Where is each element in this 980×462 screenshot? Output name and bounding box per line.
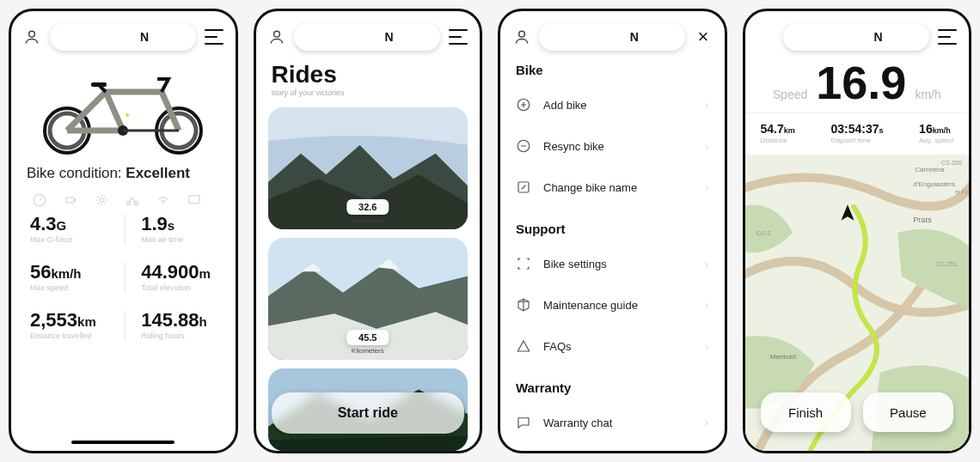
stat-hours: 145.88hRiding hours bbox=[125, 311, 219, 340]
condition-icons bbox=[11, 187, 236, 215]
bike-condition: Bike condition: Excellent bbox=[11, 158, 236, 187]
svg-text:CS-200: CS-200 bbox=[940, 160, 961, 167]
stat-gforce: 4.3GMax G-force bbox=[30, 215, 125, 244]
svg-rect-13 bbox=[189, 196, 199, 204]
topbar: SIRYON bbox=[256, 11, 481, 59]
section-support: Support bbox=[516, 208, 709, 243]
svg-text:CG-2: CG-2 bbox=[756, 230, 770, 237]
svg-text:d'Engolasters: d'Engolasters bbox=[913, 180, 955, 188]
svg-text:Carretera: Carretera bbox=[915, 166, 945, 173]
svg-text:Meritxell: Meritxell bbox=[769, 353, 795, 361]
ride-controls: Finish Pause bbox=[761, 392, 954, 432]
signal-icon bbox=[156, 192, 171, 208]
pause-button[interactable]: Pause bbox=[863, 392, 953, 432]
svg-text:CS-251: CS-251 bbox=[936, 261, 957, 268]
svg-point-7 bbox=[126, 113, 129, 117]
brand-pill[interactable]: SIRYON bbox=[783, 23, 929, 51]
speed-display: Speed 16.9 km/h bbox=[745, 59, 970, 106]
screen-icon bbox=[187, 192, 202, 208]
item-faqs[interactable]: FAQs› bbox=[516, 325, 709, 367]
screen-home: SIRYON Bike condition: Excellent bbox=[9, 9, 238, 453]
speed-value: 16.9 bbox=[816, 59, 906, 106]
screen-rides: SIRYON Rides story of your victories 32.… bbox=[254, 9, 483, 453]
brand-text: SIRYO bbox=[95, 30, 140, 44]
meta-elapsed: 03:54:37sElapsed time bbox=[830, 122, 883, 144]
map-view[interactable]: Carretera Prats CS-251 Meritxell CG-2 el… bbox=[745, 155, 970, 451]
profile-icon[interactable] bbox=[23, 27, 41, 46]
gear-icon bbox=[94, 192, 109, 208]
stats-grid: 4.3GMax G-force 1.9sMax air time 56km/hM… bbox=[11, 215, 236, 340]
screen-ride-active: SIRYON Speed 16.9 km/h 54.7kmDistance 03… bbox=[743, 9, 972, 453]
bike-icon bbox=[125, 192, 140, 208]
meta-avg: 16km/hAvg. speed bbox=[919, 122, 953, 144]
svg-rect-6 bbox=[91, 82, 107, 87]
page-title: Rides bbox=[272, 63, 481, 87]
topbar: SIRYON bbox=[11, 11, 236, 59]
menu-icon[interactable] bbox=[938, 27, 957, 46]
item-add-bike[interactable]: Add bike› bbox=[516, 84, 709, 125]
stat-maxspeed: 56km/hMax speed bbox=[30, 263, 125, 292]
stat-distance: 2,553kmDistance travelled bbox=[30, 311, 125, 340]
screen-settings: SIRYON × Bike Add bike› Resync bike› Cha… bbox=[498, 9, 727, 453]
section-bike: Bike bbox=[516, 59, 709, 84]
brand-pill[interactable]: SIRYON bbox=[50, 23, 196, 51]
menu-icon[interactable] bbox=[205, 27, 224, 46]
item-warranty-chat[interactable]: Warranty chat› bbox=[516, 402, 709, 443]
home-indicator bbox=[71, 441, 175, 444]
svg-point-14 bbox=[273, 31, 279, 37]
svg-text:Prats: Prats bbox=[913, 216, 932, 224]
menu-icon[interactable] bbox=[449, 27, 468, 46]
ride-card[interactable]: 32.6Kilometers bbox=[268, 107, 469, 229]
dashboard-icon bbox=[32, 192, 47, 208]
svg-text:el Forn: el Forn bbox=[954, 189, 969, 196]
stat-airtime: 1.9sMax air time bbox=[125, 215, 219, 244]
topbar: SIRYON × bbox=[500, 11, 725, 59]
ride-meta: 54.7kmDistance 03:54:37sElapsed time 16k… bbox=[745, 112, 970, 155]
profile-icon[interactable] bbox=[268, 27, 286, 46]
bike-image bbox=[11, 59, 236, 158]
svg-point-0 bbox=[29, 31, 35, 37]
section-warranty: Warranty bbox=[516, 367, 709, 402]
item-resync-bike[interactable]: Resync bike› bbox=[516, 125, 709, 167]
finish-button[interactable]: Finish bbox=[761, 392, 851, 432]
close-icon[interactable]: × bbox=[694, 27, 712, 46]
profile-icon[interactable] bbox=[512, 27, 530, 46]
svg-point-18 bbox=[518, 31, 524, 37]
start-ride-button[interactable]: Start ride bbox=[272, 392, 465, 434]
ride-distance-badge: 32.6Kilometers bbox=[346, 199, 389, 224]
battery-icon bbox=[63, 192, 78, 208]
item-bike-settings[interactable]: Bike settings› bbox=[516, 243, 709, 284]
settings-list: Bike Add bike› Resync bike› Change bike … bbox=[500, 59, 725, 443]
meta-distance: 54.7kmDistance bbox=[761, 122, 795, 144]
ride-distance-badge: 45.5Kilometers bbox=[346, 330, 389, 355]
brand-pill[interactable]: SIRYON bbox=[539, 23, 685, 51]
brand-pill[interactable]: SIRYON bbox=[294, 23, 440, 51]
svg-point-10 bbox=[100, 198, 104, 203]
topbar: SIRYON bbox=[745, 11, 970, 59]
item-maintenance[interactable]: Maintenance guide› bbox=[516, 284, 709, 325]
svg-rect-9 bbox=[66, 198, 74, 203]
item-change-name[interactable]: Change bike name› bbox=[516, 167, 709, 208]
ride-card[interactable]: 45.5Kilometers bbox=[268, 238, 469, 360]
location-cursor-icon bbox=[836, 202, 859, 228]
stat-elevation: 44.900mTotal elevation bbox=[125, 263, 219, 292]
rides-header: Rides story of your victories bbox=[256, 59, 481, 99]
